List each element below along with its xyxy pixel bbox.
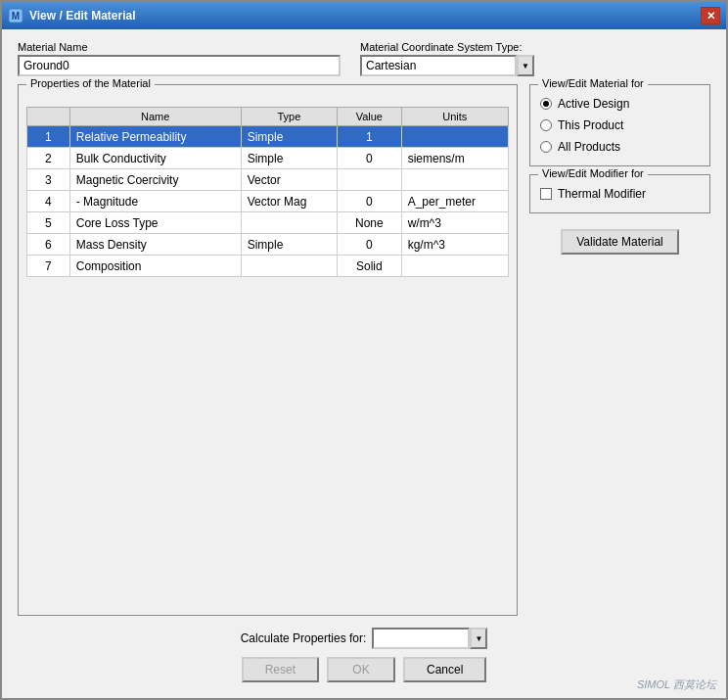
ok-button[interactable]: OK [327,657,395,682]
window-title: View / Edit Material [29,9,135,23]
row-value [338,169,402,191]
radio-option-this_product[interactable]: This Product [540,115,700,136]
calc-label: Calculate Properties for: [241,631,367,645]
table-header: Name Type Value Units [27,108,509,126]
validate-btn-wrapper: Validate Material [529,229,710,255]
bottom-row: Calculate Properties for: ▼ Reset OK Can… [18,624,710,686]
coord-system-label: Material Coordinate System Type: [360,41,534,53]
row-index: 6 [27,234,70,256]
row-index: 2 [27,148,70,169]
row-type: Vector Mag [241,191,337,212]
row-name: Bulk Conductivity [69,148,241,169]
radio-option-active_design[interactable]: Active Design [540,93,700,115]
main-window: M View / Edit Material ✕ Material Name M… [0,0,728,700]
title-bar-left: M View / Edit Material [8,8,135,23]
col-header-type: Type [241,108,337,126]
row-units: kg/m^3 [401,234,508,256]
row-name: - Magnitude [69,191,241,212]
row-type [241,212,337,234]
main-row: Properties of the Material Name Type Val… [18,84,710,616]
table-row[interactable]: 4 - Magnitude Vector Mag 0 A_per_meter [27,191,509,212]
title-controls: ✕ [701,7,720,24]
properties-tbody: 1 Relative Permeability Simple 1 2 Bulk … [27,126,509,277]
reset-button[interactable]: Reset [242,657,319,682]
calc-select-input[interactable] [372,628,470,649]
thermal-modifier-label: Thermal Modifier [558,187,646,201]
coord-system-input[interactable] [360,55,517,76]
row-type: Simple [241,148,337,169]
row-type: Simple [241,234,337,256]
row-name: Magnetic Coercivity [69,169,241,191]
row-index: 3 [27,169,70,191]
calc-properties-row: Calculate Properties for: ▼ [241,628,488,649]
svg-text:M: M [12,11,20,22]
radio-label-all_products: All Products [558,140,620,154]
radio-options: Active Design This Product All Products [540,93,700,158]
validate-material-button[interactable]: Validate Material [561,229,679,255]
properties-table: Name Type Value Units 1 Relative Permeab… [26,107,509,277]
col-header-index [27,108,70,126]
col-header-value: Value [338,108,402,126]
right-panel: View/Edit Material for Active Design Thi… [529,84,710,616]
calc-dropdown-btn[interactable]: ▼ [470,628,487,649]
table-row[interactable]: 6 Mass Density Simple 0 kg/m^3 [27,234,509,256]
row-type: Vector [241,169,337,191]
row-index: 7 [27,256,70,277]
watermark: SIMOL 西莫论坛 [637,677,716,692]
row-value: Solid [338,256,402,277]
row-value: 0 [338,191,402,212]
top-row: Material Name Material Coordinate System… [18,41,710,76]
properties-table-container: Name Type Value Units 1 Relative Permeab… [26,107,509,277]
coord-system-dropdown-btn[interactable]: ▼ [517,55,534,76]
table-row[interactable]: 7 Composition Solid [27,256,509,277]
close-button[interactable]: ✕ [701,7,720,24]
thermal-modifier-option[interactable]: Thermal Modifier [540,183,700,205]
content-area: Material Name Material Coordinate System… [2,29,726,698]
row-name: Mass Density [69,234,241,256]
row-value: 0 [338,234,402,256]
table-row[interactable]: 2 Bulk Conductivity Simple 0 siemens/m [27,148,509,169]
material-name-group: Material Name [18,41,341,76]
radio-circle-all_products[interactable] [540,141,552,153]
material-name-input[interactable] [18,55,341,76]
col-header-units: Units [401,108,508,126]
row-value: 0 [338,148,402,169]
calc-dropdown: ▼ [372,628,487,649]
coord-system-group: Material Coordinate System Type: ▼ [360,41,534,76]
table-row[interactable]: 5 Core Loss Type None w/m^3 [27,212,509,234]
modifier-legend: View/Edit Modifier for [538,167,648,179]
row-index: 1 [27,126,70,148]
radio-circle-this_product[interactable] [540,119,552,131]
title-bar: M View / Edit Material ✕ [2,2,726,29]
radio-option-all_products[interactable]: All Products [540,136,700,158]
properties-group: Properties of the Material Name Type Val… [18,84,518,616]
row-units: siemens/m [401,148,508,169]
row-type [241,256,337,277]
row-name: Core Loss Type [69,212,241,234]
cancel-button[interactable]: Cancel [403,657,486,682]
row-units: A_per_meter [401,191,508,212]
row-units [401,256,508,277]
row-index: 5 [27,212,70,234]
row-units [401,169,508,191]
table-header-row: Name Type Value Units [27,108,509,126]
table-row[interactable]: 1 Relative Permeability Simple 1 [27,126,509,148]
coord-system-select-wrapper: ▼ [360,55,534,76]
radio-circle-active_design[interactable] [540,98,552,110]
col-header-name: Name [69,108,241,126]
row-name: Composition [69,256,241,277]
row-index: 4 [27,191,70,212]
radio-label-this_product: This Product [558,118,623,132]
app-icon: M [8,8,23,23]
row-units [401,126,508,148]
view-edit-legend: View/Edit Material for [538,77,648,89]
thermal-modifier-checkbox[interactable] [540,188,552,200]
material-name-label: Material Name [18,41,341,53]
row-value: None [338,212,402,234]
radio-label-active_design: Active Design [558,97,629,111]
view-edit-material-group: View/Edit Material for Active Design Thi… [529,84,710,166]
properties-legend: Properties of the Material [26,77,155,89]
modifier-group: View/Edit Modifier for Thermal Modifier [529,174,710,213]
row-name: Relative Permeability [69,126,241,148]
table-row[interactable]: 3 Magnetic Coercivity Vector [27,169,509,191]
